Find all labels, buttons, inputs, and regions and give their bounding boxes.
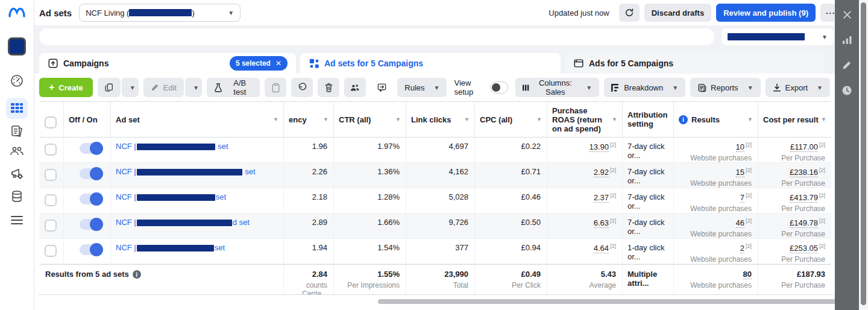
revert-button[interactable] — [291, 78, 313, 97]
refresh-button[interactable] — [619, 4, 640, 22]
meta-logo[interactable] — [8, 6, 26, 19]
adset-status-toggle[interactable] — [80, 194, 102, 204]
duplicate-button[interactable] — [98, 78, 121, 97]
review-publish-button[interactable]: Review and publish (9) — [716, 4, 816, 22]
sort-caret-icon: ▼ — [819, 115, 826, 124]
more-options-button[interactable]: ··· — [820, 4, 835, 22]
col-cpc[interactable]: CPC (all)▼ — [474, 102, 547, 137]
cost-per-result-cell: £253.05[2] Per Purchase — [758, 239, 831, 264]
info-icon[interactable]: i — [679, 115, 688, 124]
ads-manager-home-icon[interactable] — [10, 74, 24, 88]
breakdown-button[interactable]: Breakdown ▼ — [604, 78, 685, 97]
insights-button[interactable] — [835, 28, 859, 52]
adset-name-cell: NCF | set — [110, 163, 283, 188]
advertise-megaphone-icon[interactable] — [10, 166, 24, 181]
history-button[interactable] — [835, 78, 859, 103]
duplicate-caret-button[interactable]: ▼ — [122, 78, 139, 97]
adset-status-toggle[interactable] — [80, 219, 102, 230]
audiences-icon[interactable] — [9, 145, 25, 158]
tab-campaigns[interactable]: Campaigns 5 selected ✕ — [39, 53, 296, 74]
adset-name-link[interactable]: NCF |set — [116, 243, 225, 252]
rules-button[interactable]: Rules ▼ — [397, 78, 447, 97]
col-purchase-roas[interactable]: Purchase ROAS (return on ad spend)▼ — [547, 102, 622, 137]
footnote-ref: [2] — [746, 218, 752, 224]
row-checkbox[interactable] — [45, 194, 57, 206]
reports-button[interactable]: Reports ▼ — [690, 78, 760, 97]
select-all-checkbox[interactable] — [45, 116, 57, 128]
billing-coins-icon[interactable] — [10, 189, 24, 204]
view-setup-toggle[interactable] — [490, 81, 508, 93]
redacted-name-bar — [137, 194, 215, 201]
footnote-ref: [2] — [746, 192, 752, 198]
sort-caret-icon: ▼ — [534, 115, 542, 124]
row-checkbox[interactable] — [45, 245, 57, 257]
cost-sub-label: Per Purchase — [763, 154, 825, 162]
cpc-cell: £0.50 — [474, 214, 547, 238]
col-adset[interactable]: Ad set▼ — [110, 102, 283, 137]
col-frequency-truncated[interactable]: ency▼ — [283, 102, 333, 137]
paste-button[interactable] — [265, 78, 286, 97]
adset-name-cell: NCF |d set — [110, 214, 283, 238]
info-icon[interactable]: i — [133, 270, 141, 279]
delete-button[interactable] — [318, 78, 339, 97]
export-button[interactable]: Export ▼ — [766, 78, 830, 97]
search-input[interactable] — [39, 28, 714, 45]
row-checkbox[interactable] — [45, 220, 57, 232]
columns-icon — [523, 84, 529, 92]
adset-status-toggle[interactable] — [80, 168, 102, 179]
pin-flag-button[interactable] — [371, 78, 392, 97]
adset-name-link[interactable]: NCF |set — [116, 192, 226, 201]
account-selector-dropdown[interactable]: NCF Living ( ) ▼ — [79, 4, 241, 22]
edit-caret-button[interactable]: ▼ — [185, 78, 202, 97]
tab-adsets[interactable]: Ad sets for 5 Campaigns — [300, 53, 561, 74]
vertical-scrollbar[interactable] — [861, 2, 866, 305]
menu-icon[interactable] — [10, 215, 24, 226]
tab-ads[interactable]: Ads for 5 Campaigns — [565, 53, 824, 74]
adset-status-toggle[interactable] — [80, 244, 102, 255]
attribution-cell: 7-day click or... — [622, 188, 673, 213]
table-row: NCF | set 1.96 1.97% 4,697 £0.22 13.90[2… — [39, 138, 831, 163]
pages-icon[interactable] — [10, 124, 24, 138]
adset-name-link[interactable]: NCF | set — [116, 167, 256, 176]
adsets-table: Off / On Ad set▼ ency▼ CTR (all)▼ Link c… — [39, 101, 831, 294]
ads-window-icon — [573, 58, 584, 69]
row-checkbox[interactable] — [45, 169, 57, 181]
cpc-cell: £0.94 — [474, 239, 547, 264]
cost-per-result-cell: £117.00[2] Per Purchase — [758, 138, 831, 162]
row-checkbox[interactable] — [45, 144, 57, 156]
undo-icon — [297, 83, 307, 92]
edit-panel-button[interactable] — [835, 53, 859, 77]
business-avatar[interactable] — [8, 37, 26, 55]
adset-name-link[interactable]: NCF | set — [116, 142, 228, 151]
pencil-icon — [842, 60, 852, 70]
footnote-ref: [2] — [610, 243, 616, 249]
link-clicks-cell: 5,028 — [406, 188, 474, 213]
page-title: Ad sets — [39, 8, 72, 18]
edit-button[interactable]: Edit — [143, 78, 184, 97]
footer-cpc: £0.49Per Click — [474, 265, 547, 294]
col-ctr[interactable]: CTR (all)▼ — [333, 102, 406, 137]
ads-manager-app: Ad sets NCF Living ( ) ▼ Updated just no… — [0, 0, 868, 310]
clear-selection-icon[interactable]: ✕ — [275, 59, 281, 68]
footnote-ref: [2] — [819, 192, 825, 198]
adset-name-link[interactable]: NCF |d set — [116, 218, 250, 227]
columns-button[interactable]: Columns: Sales ▼ — [515, 78, 599, 97]
selected-count-badge[interactable]: 5 selected ✕ — [230, 56, 288, 71]
col-cost-per-result[interactable]: Cost per result▼ — [758, 102, 831, 137]
cpc-cell: £0.71 — [474, 163, 547, 188]
row-toggle-cell — [63, 239, 110, 264]
horizontal-scrollbar[interactable] — [378, 299, 866, 304]
ab-test-button[interactable]: A/B test — [207, 78, 260, 97]
col-link-clicks[interactable]: Link clicks▼ — [406, 102, 474, 137]
col-results[interactable]: iResults▼ — [673, 102, 758, 137]
redacted-name-bar — [137, 220, 232, 226]
discard-drafts-button[interactable]: Discard drafts — [644, 4, 711, 22]
close-panel-button[interactable] — [835, 2, 859, 27]
account-filter-dropdown[interactable]: ▼ — [722, 28, 834, 45]
create-button[interactable]: + Create — [39, 78, 93, 97]
campaigns-table-icon[interactable] — [6, 98, 28, 119]
cost-sub-label: Per Purchase — [763, 179, 825, 188]
adset-status-toggle[interactable] — [80, 143, 102, 154]
row-select-cell — [39, 163, 63, 188]
assign-people-button[interactable] — [344, 78, 366, 97]
